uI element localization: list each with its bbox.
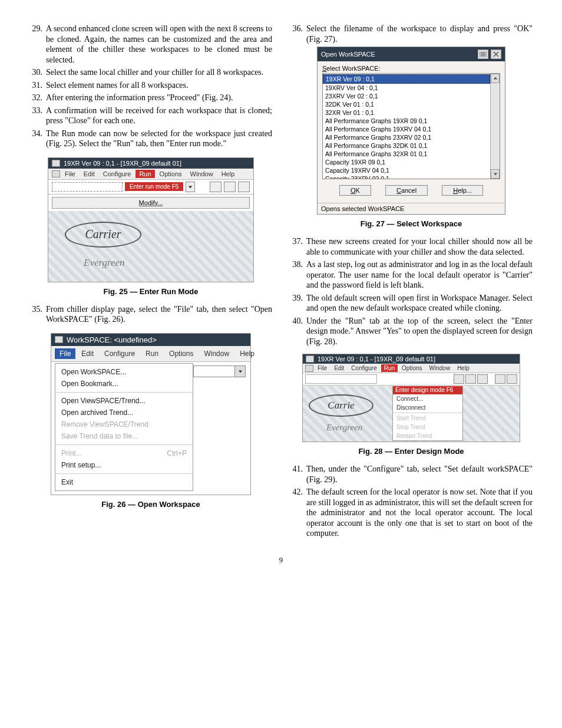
toolbar-field[interactable]	[305, 374, 377, 384]
list-item[interactable]: Capacity 23XRV 02 0,1	[323, 174, 490, 179]
close-icon[interactable]	[491, 50, 501, 59]
instruction-step: 37.These new screens created for your lo…	[290, 236, 533, 257]
toolbar-icon[interactable]	[454, 374, 464, 384]
figure-25-caption: Fig. 25 — Enter Run Mode	[29, 287, 272, 296]
menu-bar: FileEditConfigureRunOptionsWindowHelp	[303, 364, 520, 373]
toolbar: Enter run mode F5	[48, 180, 253, 195]
menu-item-window[interactable]: Window	[187, 170, 217, 178]
toolbar-icon-1[interactable]	[210, 182, 222, 192]
toolbar	[303, 373, 520, 386]
menu-bar: FileEditConfigureRunOptionsWindowHelp	[51, 346, 250, 362]
cancel-button[interactable]: Cancel	[385, 185, 428, 196]
list-item[interactable]: All Performance Graphs 23XRV 02 0,1	[323, 133, 490, 141]
toolbar-icon[interactable]	[507, 374, 517, 384]
evergreen-label: Evergreen	[84, 257, 125, 269]
menu-item-options[interactable]: Options	[399, 364, 425, 372]
figure-25: 19XR Ver 09 : 0,1 - [19XR_09 default 01]…	[48, 157, 254, 282]
menu-item[interactable]: Open WorkSPACE...	[55, 366, 193, 378]
window-title: 19XR Ver 09 : 0,1 - [19XR_09 default 01]	[318, 355, 435, 363]
toolbar-icon[interactable]	[495, 374, 505, 384]
list-item[interactable]: 19XR Ver 09 : 0,1	[323, 74, 490, 84]
menu-item-configure[interactable]: Configure	[100, 348, 140, 359]
menu-item-window[interactable]: Window	[199, 348, 234, 359]
help-button[interactable]: Help...	[442, 185, 483, 196]
toolbar-field[interactable]	[52, 182, 123, 192]
enter-run-mode-button[interactable]: Enter run mode F5	[125, 182, 183, 191]
menu-item-edit[interactable]: Edit	[80, 170, 98, 178]
window-title: WorkSPACE: <undefined>	[67, 335, 157, 344]
menu-item-help[interactable]: Help	[235, 348, 259, 359]
dialog-title: Open WorkSPACE	[321, 51, 375, 58]
select-workspace-label: Select WorkSPACE:	[322, 65, 500, 72]
menu-item-options[interactable]: Options	[156, 170, 186, 178]
workspace-canvas: Carrier Evergreen	[48, 211, 253, 282]
dialog-titlebar: Open WorkSPACE	[318, 47, 505, 61]
menu-item[interactable]: Print setup...	[55, 459, 193, 471]
menu-item-file[interactable]: File	[61, 170, 79, 178]
list-item[interactable]: 32XR Ver 01 : 0,1	[323, 108, 490, 117]
figure-26: WorkSPACE: <undefined> FileEditConfigure…	[51, 333, 251, 495]
scrollbar[interactable]	[490, 74, 500, 179]
list-item[interactable]: 32DK Ver 01 : 0,1	[323, 100, 490, 108]
scroll-down-icon[interactable]	[491, 169, 500, 179]
menu-item-run[interactable]: Run	[381, 364, 398, 372]
app-icon	[55, 336, 63, 343]
menu-item: Stop Trend	[393, 423, 462, 431]
menu-item[interactable]: Open archived Trend...	[55, 407, 193, 419]
figure-28-caption: Fig. 28 — Enter Design Mode	[290, 447, 533, 456]
workspace-listbox[interactable]: 19XR Ver 09 : 0,119XRV Ver 04 : 0,123XRV…	[323, 74, 490, 179]
menu-item[interactable]: Disconnect	[393, 403, 462, 412]
menu-item-file[interactable]: File	[55, 348, 75, 359]
modify-button[interactable]: Modify...	[52, 197, 250, 209]
toolbar-icon-3[interactable]	[238, 182, 250, 192]
dropdown-field[interactable]	[193, 365, 246, 377]
page-number: 9	[29, 555, 533, 565]
list-item[interactable]: All Performance Graphs 19XR 09 0,1	[323, 117, 490, 125]
instruction-step: 42.The default screen for the local oper…	[290, 487, 533, 539]
menu-item-configure[interactable]: Configure	[348, 364, 379, 372]
list-item[interactable]: All Performance Graphs 19XRV 04 0,1	[323, 125, 490, 133]
menu-item-edit[interactable]: Edit	[77, 348, 98, 359]
menu-item-configure[interactable]: Configure	[100, 170, 135, 178]
list-item[interactable]: Capacity 19XR 09 0,1	[323, 158, 490, 166]
menu-item-window[interactable]: Window	[427, 364, 454, 372]
list-item[interactable]: All Performance Graphs 32DK 01 0,1	[323, 141, 490, 150]
menu-item-run[interactable]: Run	[141, 348, 163, 359]
list-item[interactable]: All Performance Graphs 32XR 01 0,1	[323, 150, 490, 158]
menu-item-edit[interactable]: Edit	[331, 364, 347, 372]
menu-item[interactable]: Exit	[55, 476, 193, 488]
dropdown-arrow-icon[interactable]	[186, 182, 195, 192]
menu-item-options[interactable]: Options	[164, 348, 198, 359]
list-item[interactable]: 23XRV Ver 02 : 0,1	[323, 92, 490, 100]
menu-item[interactable]: Connect...	[393, 394, 462, 403]
menu-item-help[interactable]: Help	[218, 170, 239, 178]
menu-item: Save Trend data to file...	[55, 430, 193, 442]
menu-item-file[interactable]: File	[315, 364, 330, 372]
toolbar-icon[interactable]	[477, 374, 488, 384]
run-menu-dropdown: Enter design mode F6 Connect...Disconnec…	[392, 386, 463, 441]
figure-27-caption: Fig. 27 — Select Workspace	[290, 219, 533, 228]
keyboard-icon[interactable]	[478, 50, 488, 59]
list-item[interactable]: 19XRV Ver 04 : 0,1	[323, 84, 490, 92]
dropdown-arrow-icon[interactable]	[234, 366, 245, 377]
menu-item-run[interactable]: Run	[135, 170, 154, 178]
menu-item[interactable]: Open ViewSPACE/Trend...	[55, 395, 193, 407]
app-icon	[52, 160, 60, 167]
ok-button[interactable]: OK	[339, 185, 371, 196]
toolbar-icon[interactable]	[465, 374, 476, 384]
scroll-up-icon[interactable]	[491, 74, 500, 83]
enter-design-mode-item[interactable]: Enter design mode F6	[393, 386, 462, 394]
scroll-track[interactable]	[491, 83, 500, 169]
evergreen-label: Evergreen	[326, 423, 362, 433]
file-menu-dropdown: Open WorkSPACE...Open Bookmark...Open Vi…	[55, 363, 193, 491]
instruction-step: 38.As a last step, log out as administra…	[290, 259, 533, 291]
menu-item-help[interactable]: Help	[454, 364, 472, 372]
list-item[interactable]: Capacity 19XRV 04 0,1	[323, 166, 490, 174]
instruction-step: 41.Then, under the "Configure" tab, sele…	[290, 464, 533, 485]
menu-item: Start Trend	[393, 414, 462, 423]
window-titlebar: WorkSPACE: <undefined>	[51, 334, 250, 346]
instruction-step: 33.A confirmation will be received for e…	[29, 106, 272, 126]
figure-26-caption: Fig. 26 — Open Workspace	[29, 500, 272, 509]
menu-item[interactable]: Open Bookmark...	[55, 378, 193, 390]
toolbar-icon-2[interactable]	[224, 182, 236, 192]
